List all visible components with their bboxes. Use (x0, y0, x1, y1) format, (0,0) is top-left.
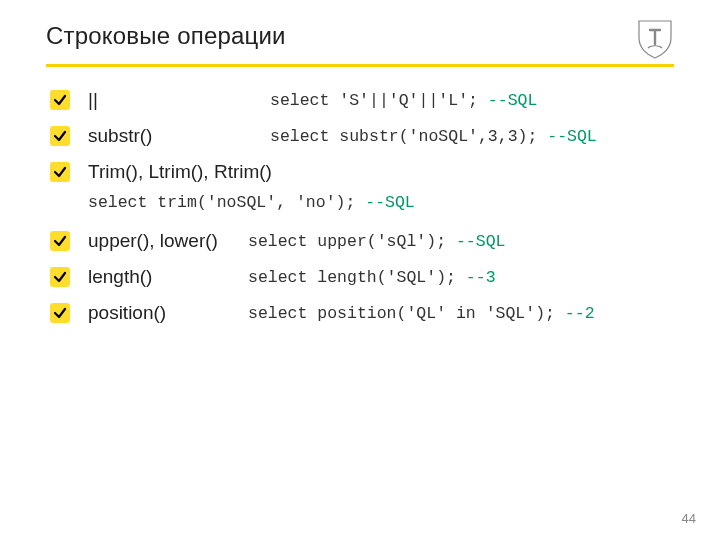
content: || select 'S'||'Q'||'L'; --SQL substr() … (46, 89, 674, 324)
shield-logo-icon (636, 18, 674, 64)
item-code: select length('SQL'); --3 (248, 268, 496, 287)
slide: Строковые операции || select 'S'||'Q'||'… (0, 0, 720, 540)
code-comment: --3 (466, 268, 496, 287)
item-code: select trim('noSQL', 'no'); --SQL (88, 193, 674, 212)
check-icon (50, 267, 70, 287)
item-label: position() (88, 302, 248, 324)
title-underline (46, 64, 674, 67)
check-icon (50, 303, 70, 323)
title-row: Строковые операции (46, 22, 674, 64)
list-item: Trim(), Ltrim(), Rtrim() (50, 161, 674, 183)
list-item: || select 'S'||'Q'||'L'; --SQL (50, 89, 674, 111)
item-label: || (88, 89, 270, 111)
check-icon (50, 126, 70, 146)
check-icon (50, 90, 70, 110)
list-item: position() select position('QL' in 'SQL'… (50, 302, 674, 324)
page-number: 44 (682, 511, 696, 526)
page-title: Строковые операции (46, 22, 286, 60)
item-label: upper(), lower() (88, 230, 248, 252)
check-icon (50, 162, 70, 182)
item-code: select upper('sQl'); --SQL (248, 232, 505, 251)
item-code: select position('QL' in 'SQL'); --2 (248, 304, 595, 323)
code-comment: --SQL (488, 91, 538, 110)
check-icon (50, 231, 70, 251)
item-label: Trim(), Ltrim(), Rtrim() (88, 161, 272, 183)
list-item: substr() select substr('noSQL',3,3); --S… (50, 125, 674, 147)
code-comment: --SQL (547, 127, 597, 146)
code-comment: --SQL (456, 232, 506, 251)
code-comment: --2 (565, 304, 595, 323)
list-item: upper(), lower() select upper('sQl'); --… (50, 230, 674, 252)
item-code: select 'S'||'Q'||'L'; --SQL (270, 91, 537, 110)
item-label: length() (88, 266, 248, 288)
item-code: select substr('noSQL',3,3); --SQL (270, 127, 597, 146)
list-item: length() select length('SQL'); --3 (50, 266, 674, 288)
code-comment: --SQL (365, 193, 415, 212)
item-label: substr() (88, 125, 270, 147)
